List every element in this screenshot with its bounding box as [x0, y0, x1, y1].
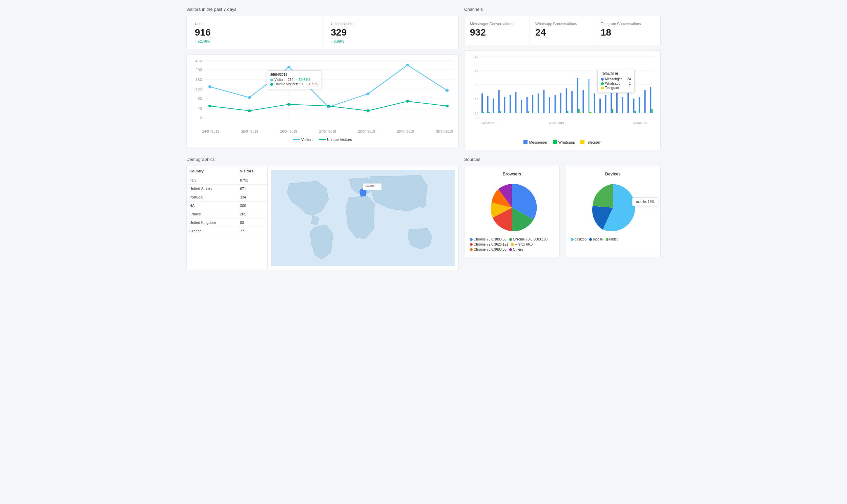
- messenger-label: Messenger Conversations: [470, 22, 524, 26]
- visitors-chart: 240 200 160 120 80 40 0: [186, 55, 459, 147]
- country-cell: NA: [187, 201, 237, 210]
- table-row: United Kingdom83: [187, 218, 267, 227]
- svg-text:200: 200: [196, 68, 202, 72]
- world-map-svg: ● Italy 8793: [271, 170, 455, 266]
- channels-section: Channels Messenger Conversations 932 Wha…: [464, 7, 661, 150]
- channels-legend-whatsapp: Whatsapp: [553, 140, 575, 144]
- messenger-card: Messenger Conversations 932: [464, 16, 530, 45]
- sources-inner: Browsers: [464, 166, 661, 257]
- svg-rect-66: [582, 90, 584, 113]
- svg-rect-56: [543, 90, 544, 113]
- svg-point-27: [446, 105, 449, 107]
- svg-point-24: [327, 105, 330, 107]
- svg-rect-59: [560, 93, 561, 113]
- svg-rect-61: [567, 111, 569, 113]
- visitors-cell: 77: [237, 227, 267, 235]
- svg-text:30: 30: [475, 83, 479, 87]
- country-cell: Portugal: [187, 193, 237, 201]
- svg-rect-69: [591, 112, 592, 113]
- svg-point-20: [446, 89, 449, 92]
- table-row: Greece77: [187, 227, 267, 235]
- svg-point-14: [209, 85, 212, 88]
- visitors-cell: 265: [237, 210, 267, 218]
- visitors-cell: 671: [237, 185, 267, 193]
- unique-users-value: 329: [331, 27, 451, 38]
- demographics-title: Demographics: [186, 157, 459, 162]
- svg-point-26: [406, 100, 409, 103]
- unique-users-card: Unique Users 329 ↑ 6.99%: [323, 16, 459, 49]
- tooltip-date: 26/04/2019: [270, 73, 318, 76]
- channel-cards: Messenger Conversations 932 Whatsapp Con…: [464, 16, 661, 45]
- svg-text:0: 0: [477, 116, 479, 120]
- svg-text:14/03/2019: 14/03/2019: [482, 121, 496, 125]
- svg-rect-65: [580, 112, 581, 113]
- svg-rect-44: [489, 112, 490, 113]
- svg-rect-45: [493, 98, 494, 113]
- svg-rect-55: [538, 93, 539, 113]
- visitors-section: Visitors in the past 7 days Users 916 ↑ …: [186, 7, 459, 147]
- devices-legend: desktop mobile tablet: [571, 237, 655, 241]
- svg-rect-78: [633, 98, 635, 113]
- unique-users-change: ↑ 6.99%: [331, 39, 451, 43]
- svg-text:0: 0: [200, 116, 202, 120]
- dashboard: Visitors in the past 7 days Users 916 ↑ …: [186, 7, 661, 270]
- browsers-card: Browsers: [464, 166, 560, 257]
- svg-rect-81: [644, 90, 646, 113]
- svg-rect-51: [521, 100, 522, 113]
- unique-users-label: Unique Users: [331, 22, 451, 26]
- country-cell: France: [187, 210, 237, 218]
- svg-rect-48: [504, 97, 505, 113]
- svg-rect-80: [638, 97, 640, 113]
- svg-rect-46: [498, 90, 500, 113]
- svg-rect-83: [651, 109, 652, 113]
- svg-rect-40: [482, 93, 483, 113]
- svg-rect-52: [526, 97, 528, 113]
- visitors-legend-unique: Unique Visitors: [319, 138, 352, 142]
- browsers-title: Browsers: [470, 172, 554, 177]
- svg-rect-47: [500, 111, 501, 113]
- svg-rect-64: [578, 109, 580, 113]
- telegram-card: Telegram Conversations 18: [595, 16, 661, 45]
- country-cell: Italy: [187, 176, 237, 185]
- visitors-tooltip: 26/04/2019 Visitors: 212 ↑ 60.61% Unique…: [267, 70, 322, 89]
- svg-text:30/03/2019: 30/03/2019: [549, 121, 564, 125]
- svg-rect-49: [509, 95, 511, 113]
- channels-chart-area: 50 40 30 20 10 0: [470, 56, 655, 138]
- sources-section: Sources Browsers: [464, 157, 661, 257]
- svg-text:50: 50: [475, 56, 479, 58]
- whatsapp-card: Whatsapp Conversations 24: [530, 16, 595, 45]
- legend-chrome3: Chrome 72.0.3626.121: [470, 242, 508, 246]
- svg-rect-58: [555, 95, 556, 113]
- svg-rect-41: [483, 112, 484, 113]
- channels-title: Channels: [464, 7, 661, 12]
- svg-rect-82: [650, 87, 651, 113]
- svg-rect-53: [528, 111, 529, 113]
- devices-title: Devices: [571, 172, 655, 177]
- telegram-value: 18: [601, 27, 655, 38]
- svg-rect-63: [577, 78, 578, 113]
- svg-point-88: [419, 196, 426, 208]
- svg-text:8793: 8793: [370, 185, 375, 187]
- visitors-chart-legend: Visitors Unique Visitors: [192, 138, 453, 142]
- table-row: France265: [187, 210, 267, 218]
- visitors-chart-svg: 240 200 160 120 80 40 0: [192, 60, 453, 128]
- demographics-section: Demographics Country Visitors Italy8793U…: [186, 157, 459, 270]
- svg-point-15: [248, 96, 251, 99]
- channels-legend-messenger: Messenger: [523, 140, 547, 144]
- svg-rect-77: [628, 93, 629, 113]
- svg-rect-42: [484, 113, 486, 113]
- svg-rect-71: [599, 98, 601, 113]
- svg-rect-72: [605, 95, 607, 113]
- legend-firefox: Firefox 66.0: [511, 242, 533, 246]
- svg-rect-68: [590, 112, 591, 113]
- devices-pie-wrap: mobile: 19%: [571, 181, 655, 235]
- visitors-x-axis: 24/04/2019 25/04/2019 26/04/2019 27/04/2…: [192, 130, 453, 133]
- svg-rect-60: [566, 88, 567, 113]
- col-country: Country: [187, 166, 237, 176]
- country-cell: United Kingdom: [187, 218, 237, 227]
- country-cell: United States: [187, 185, 237, 193]
- legend-chrome4: Chrome 73.0.3683.06: [470, 248, 506, 251]
- users-change: ↑ 52.46%: [195, 39, 314, 43]
- sources-title: Sources: [464, 157, 661, 162]
- table-row: NA309: [187, 201, 267, 210]
